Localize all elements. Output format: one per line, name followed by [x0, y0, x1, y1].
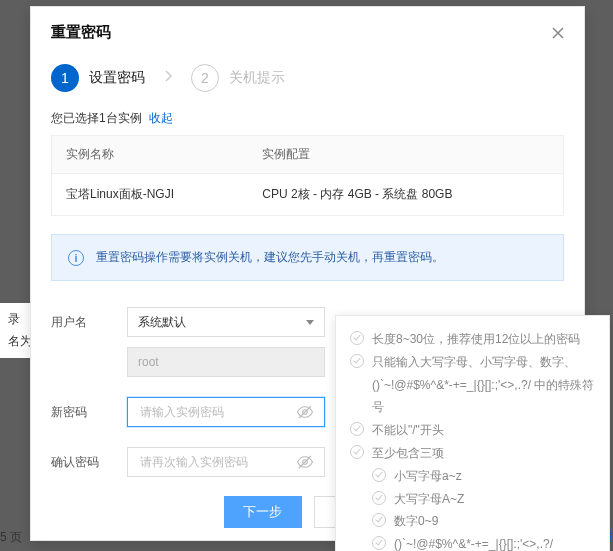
rule-text: 大写字母A~Z: [394, 488, 464, 511]
eye-off-icon: [296, 403, 314, 421]
stepper: 1 设置密码 2 关机提示: [31, 56, 584, 110]
bg-fragment-bl: 5 页: [0, 529, 22, 546]
col-config: 实例配置: [248, 136, 563, 174]
step-1-number: 1: [51, 64, 79, 92]
step-2-label: 关机提示: [229, 69, 285, 87]
rule-text: 只能输入大写字母、小写字母、数字、: [372, 351, 576, 374]
check-icon: [372, 513, 386, 527]
chevron-down-icon: [306, 320, 314, 325]
step-2-number: 2: [191, 64, 219, 92]
rule-text: 小写字母a~z: [394, 465, 462, 488]
rule-item: 数字0~9: [350, 510, 595, 533]
instance-table: 实例名称 实例配置 宝塔Linux面板-NGJI CPU 2核 - 内存 4GB…: [51, 135, 564, 216]
rule-item: 长度8~30位，推荐使用12位以上的密码: [350, 328, 595, 351]
chevron-right-icon: [163, 69, 173, 83]
rule-item: 只能输入大写字母、小写字母、数字、: [350, 351, 595, 374]
step-separator: [163, 69, 173, 87]
step-2: 2 关机提示: [191, 64, 285, 92]
close-button[interactable]: [546, 21, 570, 45]
alert-text: 重置密码操作需要将实例关机，建议您先手动关机，再重置密码。: [96, 249, 444, 266]
check-icon: [350, 445, 364, 459]
check-icon: [372, 468, 386, 482]
collapse-link[interactable]: 收起: [149, 111, 173, 125]
next-button[interactable]: 下一步: [224, 496, 302, 528]
select-value: 系统默认: [138, 314, 186, 331]
new-password-input-wrap[interactable]: [127, 397, 325, 427]
rule-item: 大写字母A~Z: [350, 488, 595, 511]
modal-header: 重置密码: [31, 7, 584, 56]
bg-text: 录: [8, 309, 32, 331]
selection-prefix: 您已选择: [51, 111, 99, 125]
rule-text: 长度8~30位，推荐使用12位以上的密码: [372, 328, 580, 351]
cell-name: 宝塔Linux面板-NGJI: [52, 174, 249, 216]
check-icon: [350, 331, 364, 345]
rule-item: ()`~!@#$%^&*-+=_|{}[]:;'<>,.?/: [350, 533, 595, 551]
password-rules-tooltip: 长度8~30位，推荐使用12位以上的密码 只能输入大写字母、小写字母、数字、 (…: [335, 315, 610, 551]
selection-count: 1台实例: [99, 111, 142, 125]
username-select[interactable]: 系统默认: [127, 307, 325, 337]
rule-item: 小写字母a~z: [350, 465, 595, 488]
col-name: 实例名称: [52, 136, 249, 174]
check-icon: [372, 491, 386, 505]
step-1: 1 设置密码: [51, 64, 145, 92]
username-value-readonly: root: [127, 347, 325, 377]
confirm-password-input-wrap[interactable]: [127, 447, 325, 477]
cell-config: CPU 2核 - 内存 4GB - 系统盘 80GB: [248, 174, 563, 216]
confirm-password-input[interactable]: [138, 454, 296, 470]
info-icon: i: [68, 250, 84, 266]
rule-text: 不能以"/"开头: [372, 419, 444, 442]
rule-item: 不能以"/"开头: [350, 419, 595, 442]
eye-off-icon: [296, 453, 314, 471]
check-icon: [350, 422, 364, 436]
rule-item: 至少包含三项: [350, 442, 595, 465]
table-row: 宝塔Linux面板-NGJI CPU 2核 - 内存 4GB - 系统盘 80G…: [52, 174, 564, 216]
rule-item: ()`~!@#$%^&*-+=_|{}[]:;'<>,.?/ 中的特殊符号: [350, 374, 595, 420]
check-icon: [372, 536, 386, 550]
new-password-input[interactable]: [138, 404, 296, 420]
rule-text: 数字0~9: [394, 510, 438, 533]
rule-text: ()`~!@#$%^&*-+=_|{}[]:;'<>,.?/: [394, 533, 553, 551]
rule-text: 至少包含三项: [372, 442, 444, 465]
rule-text: ()`~!@#$%^&*-+=_|{}[]:;'<>,.?/ 中的特殊符号: [372, 374, 595, 420]
label-username: 用户名: [51, 307, 127, 331]
bg-text: 名为: [8, 331, 32, 353]
selection-summary: 您已选择1台实例 收起: [51, 110, 564, 127]
check-icon: [350, 354, 364, 368]
step-1-label: 设置密码: [89, 69, 145, 87]
modal-title: 重置密码: [51, 23, 111, 40]
toggle-visibility-button[interactable]: [296, 453, 314, 471]
toggle-visibility-button[interactable]: [296, 403, 314, 421]
close-icon: [550, 25, 566, 41]
label-new-password: 新密码: [51, 404, 127, 421]
info-alert: i 重置密码操作需要将实例关机，建议您先手动关机，再重置密码。: [51, 234, 564, 281]
label-confirm-password: 确认密码: [51, 454, 127, 471]
